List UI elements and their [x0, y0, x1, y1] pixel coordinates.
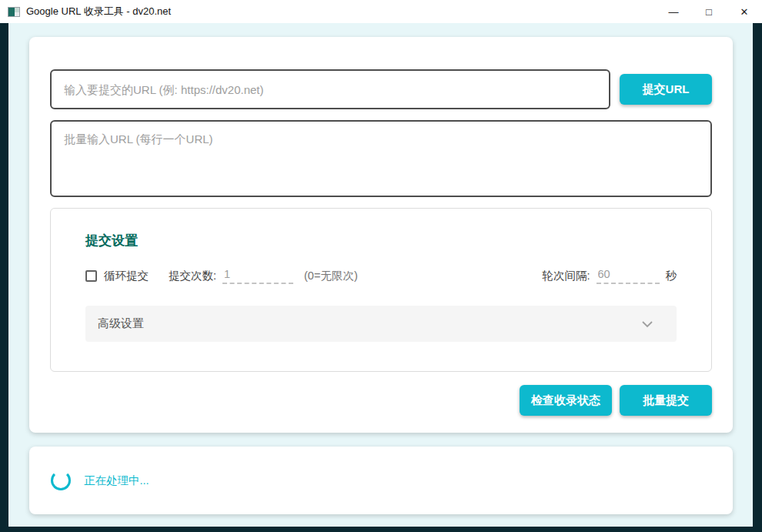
settings-title: 提交设置	[85, 232, 677, 249]
status-panel: 正在处理中...	[29, 447, 733, 514]
window-controls: — □ ✕	[656, 0, 762, 23]
submit-times-hint: (0=无限次)	[304, 269, 358, 283]
settings-row: 循环提交 提交次数: (0=无限次) 轮次间隔: 秒	[85, 268, 677, 284]
close-icon[interactable]: ✕	[727, 0, 762, 23]
advanced-settings-label: 高级设置	[98, 316, 144, 331]
interval-unit-label: 秒	[666, 269, 677, 283]
loading-spinner-icon	[51, 470, 71, 490]
chevron-down-icon	[641, 319, 653, 330]
maximize-icon[interactable]: □	[691, 0, 727, 23]
submit-url-button[interactable]: 提交URL	[620, 74, 712, 105]
submit-times-input[interactable]	[222, 268, 293, 284]
submit-settings-panel: 提交设置 循环提交 提交次数: (0=无限次) 轮次间隔: 秒 高级设置	[50, 208, 712, 372]
action-buttons-row: 检查收录状态 批量提交	[50, 385, 712, 416]
app-background: 提交URL 提交设置 循环提交 提交次数: (0=无限次) 轮次间隔: 秒 高级…	[8, 23, 753, 527]
minimize-icon[interactable]: —	[656, 0, 691, 23]
loop-submit-checkbox[interactable]	[85, 270, 97, 282]
batch-url-textarea[interactable]	[50, 120, 712, 197]
loop-submit-label: 循环提交	[104, 269, 149, 283]
processing-status-text: 正在处理中...	[84, 473, 149, 488]
round-interval-input[interactable]	[597, 268, 660, 284]
batch-submit-button[interactable]: 批量提交	[620, 385, 712, 416]
check-index-status-button[interactable]: 检查收录状态	[520, 385, 612, 416]
single-url-row: 提交URL	[50, 69, 712, 109]
title-bar: Google URL 收录工具 - dv20.net — □ ✕	[0, 0, 762, 23]
advanced-settings-toggle[interactable]: 高级设置	[85, 306, 677, 342]
round-interval-label: 轮次间隔:	[542, 269, 590, 283]
app-icon	[8, 7, 20, 17]
url-input[interactable]	[50, 69, 610, 109]
main-panel: 提交URL 提交设置 循环提交 提交次数: (0=无限次) 轮次间隔: 秒 高级…	[29, 37, 733, 433]
submit-times-label: 提交次数:	[169, 269, 216, 283]
window-title: Google URL 收录工具 - dv20.net	[26, 5, 171, 18]
